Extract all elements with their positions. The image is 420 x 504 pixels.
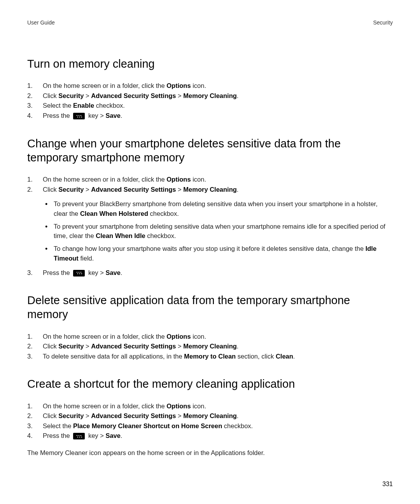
bold-term: Options [166,402,191,410]
step-item: 2.Click Security > Advanced Security Set… [27,341,393,352]
page-container: User Guide Security Turn on memory clean… [0,0,420,473]
page-header: User Guide Security [27,19,393,26]
step-item: 3.Press the key > Save. [27,268,393,278]
step-item: 2.Click Security > Advanced Security Set… [27,91,393,101]
step-content: On the home screen or in a folder, click… [43,332,393,342]
step-number: 4. [27,111,43,121]
bold-term: Security [58,92,84,99]
steps-list: 1.On the home screen or in a folder, cli… [27,401,393,441]
bold-term: Clean When Idle [96,232,145,239]
bold-term: Advanced Security Settings [91,412,176,419]
steps-list: 1.On the home screen or in a folder, cli… [27,81,393,121]
bold-term: Memory Cleaning [183,412,237,419]
step-content: On the home screen or in a folder, click… [43,81,393,91]
step-item: 4.Press the key > Save. [27,111,393,121]
blackberry-key-icon [73,113,85,119]
bold-term: Security [58,343,84,350]
bold-term: Save [105,432,121,439]
bullet-item: To change how long your smartphone waits… [43,244,393,263]
section-heading: Change when your smartphone deletes sens… [27,136,393,165]
step-content: Press the key > Save. [43,111,393,121]
bold-term: Security [58,412,84,419]
step-item: 3.To delete sensitive data for all appli… [27,352,393,362]
bold-term: Memory Cleaning [183,186,237,193]
step-item: 1.On the home screen or in a folder, cli… [27,175,393,185]
step-number: 3. [27,268,43,278]
bold-term: Memory to Clean [184,353,236,360]
bold-term: Memory Cleaning [183,343,237,350]
bold-term: Options [166,333,191,340]
step-number: 3. [27,421,43,431]
header-right-label: Security [373,19,393,26]
section-heading: Turn on memory cleaning [27,57,393,71]
bullet-list: To prevent your BlackBerry smartphone fr… [43,199,393,263]
step-number: 4. [27,431,43,441]
bold-term: Place Memory Cleaner Shortcut on Home Sc… [73,422,222,429]
step-item: 4.Press the key > Save. [27,431,393,441]
section-heading: Delete sensitive application data from t… [27,293,393,322]
blackberry-key-icon [73,270,85,276]
step-content: Click Security > Advanced Security Setti… [43,91,393,101]
step-number: 2. [27,411,43,421]
step-content: On the home screen or in a folder, click… [43,401,393,411]
bold-term: Security [58,186,84,193]
step-item: 1.On the home screen or in a folder, cli… [27,401,393,411]
bold-term: Save [105,269,121,276]
bullet-item: To prevent your BlackBerry smartphone fr… [43,199,393,219]
step-number: 1. [27,401,43,411]
step-number: 1. [27,175,43,185]
step-number: 1. [27,81,43,91]
step-content: Click Security > Advanced Security Setti… [43,411,393,421]
bold-term: Advanced Security Settings [91,343,176,350]
page-number: 331 [382,481,393,488]
step-number: 3. [27,352,43,362]
bold-term: Clean When Holstered [80,210,148,217]
bold-term: Advanced Security Settings [91,92,176,99]
step-item: 3.Select the Enable checkbox. [27,101,393,111]
bold-term: Idle Timeout [54,245,376,262]
bold-term: Options [166,82,191,89]
step-item: 1.On the home screen or in a folder, cli… [27,332,393,342]
step-content: Select the Place Memory Cleaner Shortcut… [43,421,393,431]
bold-term: Advanced Security Settings [91,186,176,193]
header-left-label: User Guide [27,19,55,26]
bold-term: Options [166,176,191,183]
blackberry-key-icon [73,433,85,439]
step-number: 2. [27,341,43,352]
step-content: Press the key > Save. [43,268,393,278]
bold-term: Clean [276,353,293,360]
step-number: 2. [27,185,43,195]
bold-term: Memory Cleaning [183,92,237,99]
bold-term: Save [105,112,121,119]
bullet-item: To prevent your smartphone from deleting… [43,222,393,241]
steps-list: 1.On the home screen or in a folder, cli… [27,175,393,278]
step-content: Select the Enable checkbox. [43,101,393,111]
step-number: 1. [27,332,43,342]
body-paragraph: The Memory Cleaner icon appears on the h… [27,448,393,458]
step-content: To delete sensitive data for all applica… [43,352,393,362]
steps-list: 1.On the home screen or in a folder, cli… [27,332,393,362]
step-content: Press the key > Save. [43,431,393,441]
step-content: On the home screen or in a folder, click… [43,175,393,185]
bold-term: Enable [73,102,94,109]
step-item: 2.Click Security > Advanced Security Set… [27,411,393,421]
step-number: 3. [27,101,43,111]
step-item: 1.On the home screen or in a folder, cli… [27,81,393,91]
content-body: Turn on memory cleaning1.On the home scr… [27,57,393,458]
step-item: 2.Click Security > Advanced Security Set… [27,185,393,268]
section-heading: Create a shortcut for the memory cleanin… [27,377,393,391]
step-content: Click Security > Advanced Security Setti… [43,341,393,352]
step-item: 3.Select the Place Memory Cleaner Shortc… [27,421,393,431]
step-content: Click Security > Advanced Security Setti… [43,185,393,268]
step-number: 2. [27,91,43,101]
